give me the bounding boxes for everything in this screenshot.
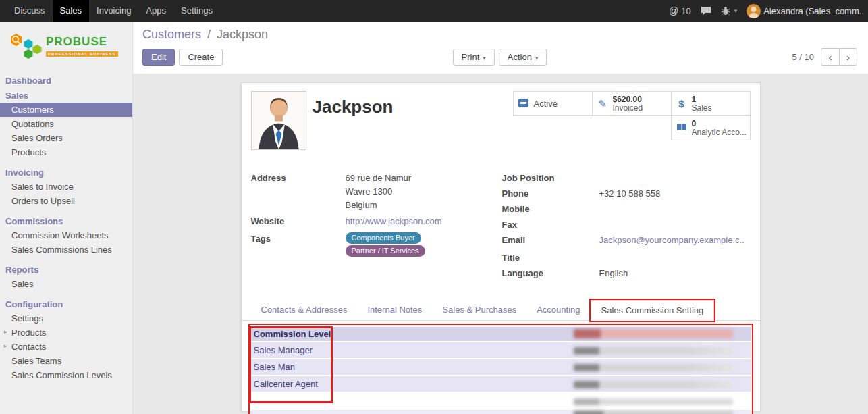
commission-level-cell: Sales Man [251, 362, 332, 372]
print-dropdown-button[interactable]: Print▾ [453, 49, 495, 66]
mention-count: 10 [681, 6, 690, 16]
expand-arrow-icon[interactable]: ▸ [4, 342, 7, 349]
redacted-region [574, 381, 733, 388]
sidebar-item-sales-orders[interactable]: Sales Orders [0, 131, 132, 145]
sidebar-item-sales-to-invoice[interactable]: Sales to Invoice [0, 180, 132, 194]
customer-name: Jackpson [313, 97, 394, 150]
commission-level-cell: Sales Manager [251, 345, 332, 355]
businessman-photo-icon [252, 92, 306, 149]
redacted-region [574, 347, 733, 355]
menu-sales[interactable]: Sales [53, 0, 90, 22]
main-area: Customers / Jackpson Edit Create Print▾ … [133, 22, 868, 414]
menu-settings[interactable]: Settings [173, 0, 220, 22]
sidebar-heading-invoicing[interactable]: Invoicing [0, 165, 132, 180]
probuse-logo[interactable]: PROBUSE PROFESSIONAL BUSINESS [0, 22, 132, 73]
phone-label: Phone [502, 187, 599, 200]
table-row-empty[interactable] [251, 392, 751, 409]
menu-apps[interactable]: Apps [138, 0, 173, 22]
sidebar-item-orders-to-upsell[interactable]: Orders to Upsell [0, 194, 132, 208]
address-line: Wavre 1300 [346, 185, 502, 199]
sidebar-heading-reports[interactable]: Reports [0, 262, 132, 277]
sidebar-heading-sales[interactable]: Sales [0, 88, 132, 103]
sidebar-heading-configuration[interactable]: Configuration [0, 296, 132, 311]
sales-count-value: 1 [692, 95, 712, 104]
sidebar-item-sales-teams[interactable]: Sales Teams [0, 354, 132, 368]
logo-subtitle: PROFESSIONAL BUSINESS [46, 51, 118, 57]
sidebar-item-config-contacts[interactable]: ▸ Contacts [0, 340, 132, 354]
tab-sales-commission-setting[interactable]: Sales Commission Setting [591, 300, 715, 321]
action-dropdown-button[interactable]: Action▾ [499, 49, 547, 66]
sidebar-item-sales-commissions-lines[interactable]: Sales Commissions Lines [0, 242, 132, 257]
edit-button[interactable]: Edit [142, 49, 175, 66]
table-row-sales-manager[interactable]: Sales Manager [251, 341, 751, 358]
tab-sales-purchases[interactable]: Sales & Purchases [432, 300, 526, 320]
mobile-label: Mobile [502, 203, 599, 215]
mention-counter-button[interactable]: @ 10 [669, 5, 691, 16]
fax-value [599, 218, 751, 231]
tags-label: Tags [251, 232, 346, 257]
website-label: Website [251, 215, 346, 228]
tab-internal-notes[interactable]: Internal Notes [357, 300, 432, 320]
pager: ‹ › [821, 48, 857, 66]
chevron-right-icon: › [846, 51, 850, 63]
messages-button[interactable] [701, 6, 711, 16]
sidebar-item-reports-sales[interactable]: Sales [0, 277, 132, 291]
stat-buttons: Active ✎ $620.00 Invoiced $ [511, 91, 751, 150]
expand-arrow-icon[interactable]: ▸ [4, 328, 7, 335]
tag-partner-it-services: Partner / IT Services [346, 245, 425, 257]
sidebar-item-config-products[interactable]: ▸ Products [0, 326, 132, 340]
user-menu[interactable]: Alexandra (Sales_comm.. [747, 4, 864, 18]
sidebar-heading-dashboard[interactable]: Dashboard [0, 73, 132, 88]
sidebar-item-commission-worksheets[interactable]: Commission Worksheets [0, 228, 132, 242]
sidebar: PROBUSE PROFESSIONAL BUSINESS Dashboard … [0, 22, 133, 414]
control-panel: Customers / Jackpson Edit Create Print▾ … [133, 22, 868, 74]
commission-level-cell: Callcenter Agent [251, 379, 332, 389]
sidebar-heading-commissions[interactable]: Commissions [0, 213, 132, 228]
menu-invoicing[interactable]: Invoicing [89, 0, 138, 22]
print-label: Print [462, 52, 480, 62]
email-link[interactable]: Jackpson@yourcompany.example.c.. [599, 235, 744, 245]
sidebar-item-customers[interactable]: Customers [0, 103, 132, 117]
redacted-region [574, 398, 733, 405]
menu-discuss[interactable]: Discuss [7, 0, 53, 22]
phone-value: +32 10 588 558 [599, 187, 751, 200]
stat-button-active[interactable]: Active [513, 91, 593, 116]
stat-button-invoiced[interactable]: ✎ $620.00 Invoiced [592, 91, 672, 116]
fax-label: Fax [502, 218, 599, 231]
language-label: Language [502, 267, 599, 280]
control-panel-buttons: Edit Create Print▾ Action▾ 5 / 10 ‹ › [142, 48, 857, 66]
table-row-callcenter-agent[interactable]: Callcenter Agent [251, 375, 751, 392]
chat-bubble-icon [701, 6, 711, 16]
tag-list: Components Buyer Partner / IT Services [346, 232, 502, 257]
breadcrumb-customers-link[interactable]: Customers [142, 28, 201, 41]
breadcrumb-separator: / [207, 28, 211, 41]
sidebar-item-settings[interactable]: Settings [0, 311, 132, 326]
chevron-left-icon: ‹ [829, 51, 832, 63]
stat-button-sales[interactable]: $ 1 Sales [671, 91, 751, 116]
sidebar-item-products[interactable]: Products [0, 145, 132, 159]
stat-button-analytic[interactable]: 0 Analytic Acco... [671, 115, 751, 140]
customer-form-sheet: Jackpson Active ✎ $620.00 Invoiced [241, 82, 761, 411]
sales-count-label: Sales [692, 104, 712, 113]
debug-menu-button[interactable]: ▾ [721, 6, 738, 16]
table-row-sales-man[interactable]: Sales Man [251, 358, 751, 375]
caret-down-icon: ▾ [483, 55, 486, 61]
invoiced-label: Invoiced [613, 104, 643, 113]
top-menu-list: Discuss Sales Invoicing Apps Settings [7, 0, 220, 22]
pager-next-button[interactable]: › [839, 48, 857, 66]
column-header-commission-level[interactable]: Commission Level [251, 329, 332, 339]
tab-accounting[interactable]: Accounting [526, 300, 590, 320]
tag-components-buyer: Components Buyer [346, 232, 421, 244]
create-button[interactable]: Create [179, 49, 223, 66]
analytic-label: Analytic Acco... [692, 128, 746, 137]
website-link[interactable]: http://www.jackpson.com [346, 216, 442, 226]
redacted-region [574, 411, 733, 414]
customer-avatar [251, 91, 306, 150]
tab-contacts-addresses[interactable]: Contacts & Addresses [251, 300, 358, 320]
language-value: English [599, 267, 751, 280]
pager-previous-button[interactable]: ‹ [821, 48, 839, 66]
sidebar-item-sales-commission-levels[interactable]: Sales Commission Levels [0, 368, 132, 382]
table-row-empty[interactable] [251, 409, 751, 414]
user-avatar [747, 4, 761, 18]
sidebar-item-quotations[interactable]: Quotations [0, 117, 132, 131]
